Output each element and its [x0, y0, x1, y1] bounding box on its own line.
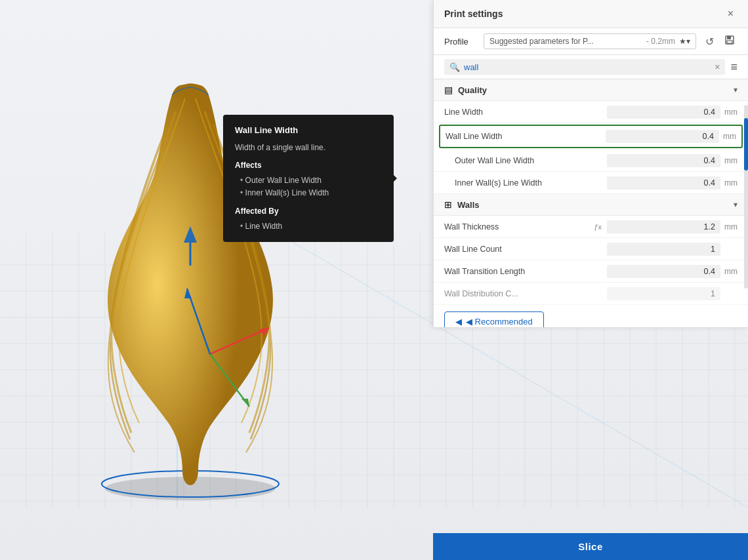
wall-line-count-label: Wall Line Count: [444, 245, 607, 254]
fx-icon: ƒx: [594, 223, 602, 231]
wall-line-width-row: Wall Line Width mm: [439, 125, 743, 148]
wall-line-width-label: Wall Line Width: [446, 132, 606, 141]
tooltip-description: Width of a single wall line.: [235, 142, 382, 154]
search-input[interactable]: [464, 62, 711, 72]
profile-version: - 0.2mm: [646, 37, 675, 46]
profile-row: Profile Suggested parameters for P... - …: [434, 28, 748, 55]
wall-transition-length-unit: mm: [724, 267, 738, 276]
walls-icon: ⊞: [444, 199, 452, 210]
close-button[interactable]: ×: [724, 7, 738, 21]
inner-wall-line-width-row: Inner Wall(s) Line Width mm: [434, 172, 748, 194]
wall-transition-length-row: Wall Transition Length mm: [434, 260, 748, 283]
svg-rect-52: [727, 36, 731, 39]
menu-button[interactable]: ≡: [730, 60, 738, 74]
walls-chevron-icon: ▾: [734, 200, 738, 209]
inner-wall-line-width-unit: mm: [724, 178, 738, 188]
search-clear-button[interactable]: ×: [715, 62, 720, 72]
wall-line-width-input[interactable]: [606, 130, 719, 143]
wall-line-count-input[interactable]: [607, 243, 720, 256]
search-row: 🔍 × ≡: [434, 55, 748, 79]
tooltip-affects-item-1: Outer Wall Line Width: [240, 174, 382, 187]
inner-wall-line-width-input[interactable]: [607, 176, 720, 190]
tooltip-affected-by-list: Line Width: [235, 220, 382, 233]
tooltip-title: Wall Line Width: [235, 124, 382, 138]
vase-model: [66, 33, 315, 511]
panel-title: Print settings: [444, 9, 503, 19]
inner-wall-line-width-label: Inner Wall(s) Line Width: [455, 178, 607, 188]
recommended-label: ◀ Recommended: [466, 317, 533, 327]
viewport: Wall Line Width Width of a single wall l…: [0, 0, 748, 560]
wall-line-count-row: Wall Line Count: [434, 238, 748, 260]
line-width-label: Line Width: [444, 108, 607, 117]
tooltip-affects-item-2: Inner Wall(s) Line Width: [240, 187, 382, 199]
wall-thickness-input[interactable]: [607, 220, 720, 233]
panel-header: Print settings ×: [434, 0, 748, 28]
walls-section-header[interactable]: ⊞ Walls ▾: [434, 194, 748, 216]
recommended-button[interactable]: ◀ ◀ Recommended: [444, 311, 544, 327]
outer-wall-line-width-input[interactable]: [607, 154, 720, 167]
quality-section-label: Quality: [458, 85, 734, 95]
tooltip-affects-list: Outer Wall Line Width Inner Wall(s) Line…: [235, 174, 382, 199]
profile-dropdown[interactable]: Suggested parameters for P... - 0.2mm ★ …: [484, 33, 696, 49]
save-button[interactable]: [722, 33, 738, 49]
line-width-unit: mm: [724, 108, 738, 117]
wall-distribution-input[interactable]: [607, 287, 720, 300]
chevron-left-icon: ◀: [455, 317, 462, 327]
outer-wall-line-width-label: Outer Wall Line Width: [455, 156, 607, 165]
wall-thickness-unit: mm: [724, 222, 738, 231]
settings-content: ▤ Quality ▾ Line Width mm Wall Line Widt…: [434, 79, 748, 327]
line-width-input[interactable]: [607, 106, 720, 119]
slice-button[interactable]: Slice: [433, 533, 748, 560]
wall-transition-length-label: Wall Transition Length: [444, 267, 607, 276]
profile-icons: ↺: [703, 33, 738, 49]
wall-line-width-tooltip: Wall Line Width Width of a single wall l…: [223, 115, 394, 242]
profile-selected-text: Suggested parameters for P...: [489, 37, 646, 46]
search-icon: 🔍: [449, 62, 460, 72]
quality-section-header[interactable]: ▤ Quality ▾: [434, 79, 748, 101]
outer-wall-line-width-unit: mm: [724, 156, 738, 165]
outer-wall-line-width-row: Outer Wall Line Width mm: [434, 150, 748, 172]
line-width-row: Line Width mm: [434, 101, 748, 123]
wall-distribution-row: Wall Distribution C...: [434, 283, 748, 305]
profile-label: Profile: [444, 37, 477, 47]
reset-button[interactable]: ↺: [703, 34, 717, 49]
tooltip-affected-by-label: Affected By: [235, 205, 382, 218]
search-input-wrap: 🔍 ×: [444, 59, 725, 75]
tooltip-affected-by-item-1: Line Width: [240, 220, 382, 233]
walls-section-label: Walls: [457, 200, 734, 210]
svg-marker-48: [241, 399, 249, 407]
tooltip-affects-label: Affects: [235, 159, 382, 172]
chevron-down-icon[interactable]: ▾: [686, 37, 690, 46]
wall-thickness-row: Wall Thickness ƒx mm: [434, 216, 748, 238]
svg-rect-53: [727, 41, 732, 43]
print-settings-panel: Print settings × Profile Suggested param…: [433, 0, 748, 328]
quality-chevron-icon: ▾: [734, 85, 738, 94]
quality-icon: ▤: [444, 85, 453, 95]
wall-thickness-label: Wall Thickness: [444, 222, 594, 231]
wall-transition-length-input[interactable]: [607, 265, 720, 278]
wall-line-width-unit: mm: [723, 132, 736, 141]
star-icon[interactable]: ★: [679, 37, 686, 46]
wall-distribution-label: Wall Distribution C...: [444, 289, 607, 298]
